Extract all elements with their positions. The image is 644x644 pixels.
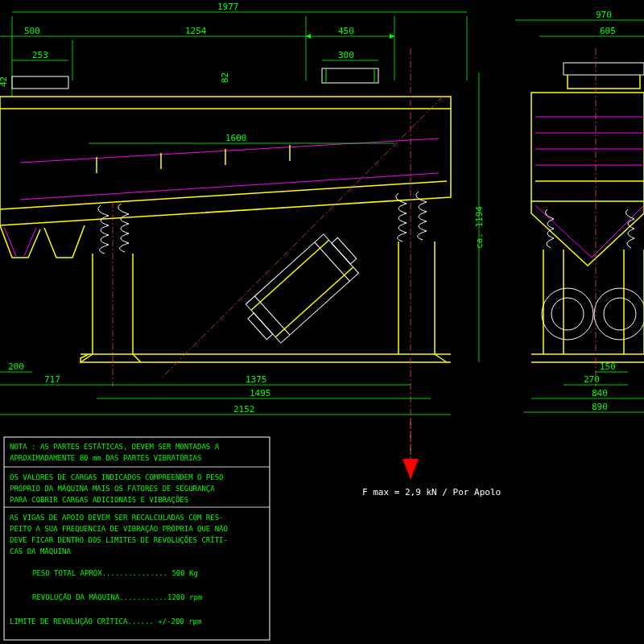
note-3b: PEITO A SUA FREQUENCIA DE VIBRAÇÃO PRÓPR… [10, 524, 228, 533]
svg-point-67 [604, 298, 636, 330]
dim-top-overall: 1977 [217, 2, 239, 12]
note-2c: PARA COBRIR CARGAS ADICIONAIS E VIBRAÇÕE… [10, 495, 188, 504]
note-1a: NOTA : AS PARTES ESTÁTICAS, DEVEM SER MO… [10, 442, 220, 451]
svg-rect-33 [248, 313, 273, 340]
dim-h1: 42 [0, 76, 9, 87]
note-1b: APROXIMADAMENTE 80 mm DAS PARTES VIBRATÓ… [10, 453, 201, 462]
svg-point-65 [594, 288, 644, 340]
drive-motor [240, 229, 365, 349]
dim-200: 200 [8, 361, 24, 372]
dim-slot: 450 [338, 26, 354, 36]
dim-top-center: 1254 [185, 26, 207, 36]
svg-point-64 [542, 288, 593, 340]
note-3c: DEVE FICAR DENTRO DOS LIMITES DE REVOLUÇ… [10, 535, 228, 544]
svg-line-20 [20, 173, 439, 200]
note-rpm: REVOLUÇÃO DA MÁQUINA...........1200 rpm [32, 592, 202, 601]
note-critical: LIMITE DE REVOLUÇÃO CRÍTICA...... +/-200… [10, 617, 201, 625]
dim-1375: 1375 [246, 374, 267, 385]
force-label: F max = 2,9 kN / Por Apolo [362, 487, 501, 497]
cad-drawing: 1977 500 1254 450 253 42 82 300 1600 [0, 0, 644, 644]
dim-mid: 1600 [225, 133, 247, 143]
side-elevation: 1977 500 1254 450 253 42 82 300 1600 [0, 2, 501, 497]
dim-840: 840 [592, 388, 608, 398]
dim-970: 970 [596, 10, 612, 20]
note-3d: CAS DA MÁQUINA [10, 547, 71, 555]
svg-rect-34 [332, 237, 357, 264]
note-3a: AS VIGAS DE APOIO DEVEM SER RECALCULADAS… [10, 514, 224, 522]
dim-sub-left: 253 [32, 50, 48, 60]
dim-h2: 82 [220, 72, 230, 83]
note-weight: PESO TOTAL APROX............... 500 Kg [32, 569, 198, 577]
svg-marker-5 [390, 34, 394, 39]
dim-605: 605 [600, 26, 616, 36]
dim-270: 270 [584, 374, 600, 385]
force-arrow-icon [402, 459, 419, 479]
end-elevation: 970 605 150 270 840 890 [515, 10, 644, 412]
svg-rect-14 [322, 68, 378, 83]
svg-point-66 [551, 298, 584, 330]
svg-rect-51 [564, 63, 644, 75]
note-2a: OS VALORES DE CARGAS INDICADOS COMPREEND… [10, 473, 224, 481]
svg-marker-4 [306, 34, 311, 39]
dim-height: ca. 1194 [474, 206, 485, 249]
svg-rect-13 [12, 76, 68, 89]
svg-line-41 [161, 97, 443, 378]
note-2b: PRÓPRIO DA MÁQUINA MAIS OS FATORES DE SE… [10, 484, 215, 493]
dim-890: 890 [592, 402, 608, 412]
svg-line-18 [0, 181, 447, 209]
dim-bot-l: 717 [44, 374, 60, 385]
dim-2152: 2152 [233, 404, 255, 415]
spring-left [98, 204, 129, 254]
dim-1495: 1495 [250, 388, 271, 398]
dim-sub-right: 300 [338, 50, 354, 60]
dim-top-left: 500 [24, 26, 40, 36]
svg-rect-32 [246, 234, 358, 343]
dim-150: 150 [600, 361, 616, 372]
notes-block: NOTA : AS PARTES ESTÁTICAS, DEVEM SER MO… [4, 437, 270, 640]
svg-rect-52 [531, 93, 644, 201]
